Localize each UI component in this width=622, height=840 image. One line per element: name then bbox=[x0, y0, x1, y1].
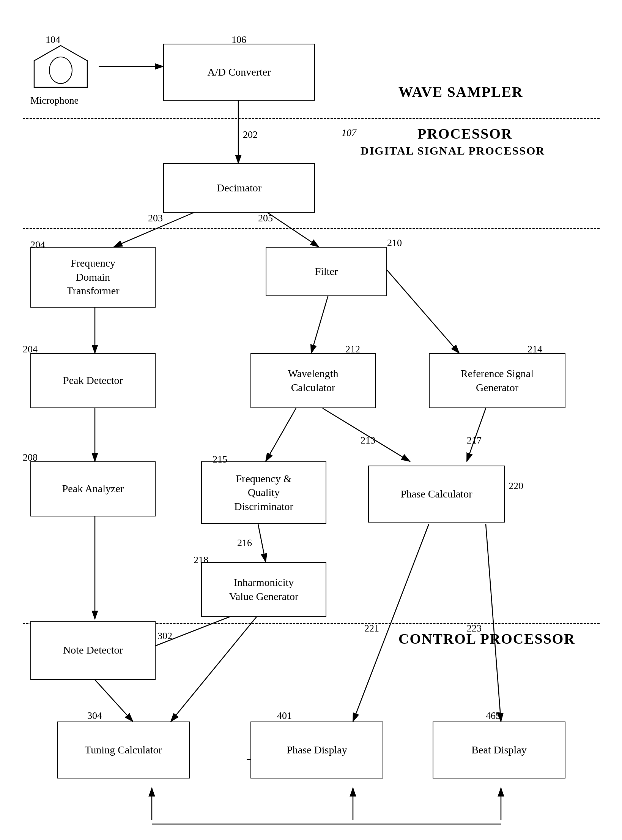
ref-204-pk: 204 bbox=[23, 344, 38, 355]
control-processor-label: CONTROL PROCESSOR bbox=[398, 630, 575, 647]
ref-signal-gen-box: Reference Signal Generator bbox=[429, 353, 565, 408]
peak-detector-box: Peak Detector bbox=[30, 353, 156, 408]
ref-401: 401 bbox=[277, 710, 292, 722]
svg-line-10 bbox=[266, 408, 296, 461]
ref-302: 302 bbox=[157, 630, 172, 642]
wavelength-calc-box: Wavelength Calculator bbox=[250, 353, 376, 408]
svg-line-8 bbox=[311, 289, 330, 353]
beat-display-box: Beat Display bbox=[433, 722, 565, 778]
dashed-line-2 bbox=[23, 228, 600, 229]
ref-214: 214 bbox=[528, 344, 542, 355]
ref-212: 212 bbox=[345, 344, 360, 355]
ref-465: 465 bbox=[486, 710, 501, 722]
dsp-label: DIGITAL SIGNAL PROCESSOR bbox=[361, 144, 545, 157]
peak-detector-label: Peak Detector bbox=[63, 374, 123, 387]
ref-217: 217 bbox=[467, 435, 482, 446]
ref-205: 205 bbox=[258, 213, 273, 224]
tuning-calc-box: Tuning Calculator bbox=[57, 722, 190, 778]
decimator-label: Decimator bbox=[217, 181, 261, 195]
svg-point-24 bbox=[49, 57, 72, 84]
ref-218: 218 bbox=[194, 554, 208, 566]
ref-202: 202 bbox=[243, 129, 258, 141]
wavelength-calc-label: Wavelength Calculator bbox=[288, 367, 338, 395]
beat-display-label: Beat Display bbox=[471, 743, 526, 757]
ref-107: 107 bbox=[342, 127, 356, 139]
tuning-calc-label: Tuning Calculator bbox=[85, 743, 162, 757]
svg-line-9 bbox=[383, 266, 459, 353]
filter-box: Filter bbox=[266, 247, 387, 296]
note-detector-label: Note Detector bbox=[63, 643, 123, 657]
ref-203: 203 bbox=[148, 213, 163, 224]
microphone-shape bbox=[30, 42, 91, 96]
phase-display-box: Phase Display bbox=[250, 722, 383, 778]
ref-210: 210 bbox=[387, 237, 402, 249]
ad-converter-label: A/D Converter bbox=[207, 65, 271, 79]
freq-quality-label: Frequency & Quality Discriminator bbox=[234, 472, 293, 513]
phase-calc-label: Phase Calculator bbox=[401, 487, 472, 501]
freq-quality-box: Frequency & Quality Discriminator bbox=[201, 461, 326, 524]
phase-calc-box: Phase Calculator bbox=[368, 466, 505, 523]
peak-analyzer-box: Peak Analyzer bbox=[30, 461, 156, 516]
ref-204-freq: 204 bbox=[30, 239, 45, 251]
peak-analyzer-label: Peak Analyzer bbox=[62, 482, 124, 496]
inharmonicity-box: Inharmonicity Value Generator bbox=[201, 562, 326, 617]
diagram-container: WAVE SAMPLER PROCESSOR DIGITAL SIGNAL PR… bbox=[0, 0, 622, 840]
freq-domain-box: Frequency Domain Transformer bbox=[30, 247, 156, 308]
freq-domain-label: Frequency Domain Transformer bbox=[67, 256, 120, 298]
ref-signal-gen-label: Reference Signal Generator bbox=[461, 367, 534, 395]
filter-label: Filter bbox=[315, 265, 338, 278]
ad-converter-box: A/D Converter bbox=[163, 44, 315, 101]
microphone-label: Microphone bbox=[30, 95, 79, 106]
note-detector-box: Note Detector bbox=[30, 621, 156, 680]
phase-display-label: Phase Display bbox=[287, 743, 347, 757]
svg-line-13 bbox=[258, 524, 266, 562]
ref-208: 208 bbox=[23, 452, 38, 463]
ref-304: 304 bbox=[87, 710, 102, 722]
decimator-box: Decimator bbox=[163, 163, 315, 213]
ref-213: 213 bbox=[361, 435, 375, 446]
ref-215: 215 bbox=[213, 454, 227, 465]
wave-sampler-label: WAVE SAMPLER bbox=[398, 84, 523, 100]
processor-label: PROCESSOR bbox=[417, 125, 512, 142]
ref-106: 106 bbox=[231, 34, 246, 46]
ref-216: 216 bbox=[237, 537, 252, 549]
inharmonicity-label: Inharmonicity Value Generator bbox=[229, 576, 299, 603]
ref-104: 104 bbox=[46, 34, 60, 46]
ref-221: 221 bbox=[364, 623, 379, 634]
dashed-line-1 bbox=[23, 118, 600, 119]
ref-223: 223 bbox=[467, 623, 482, 634]
ref-220: 220 bbox=[509, 480, 523, 492]
